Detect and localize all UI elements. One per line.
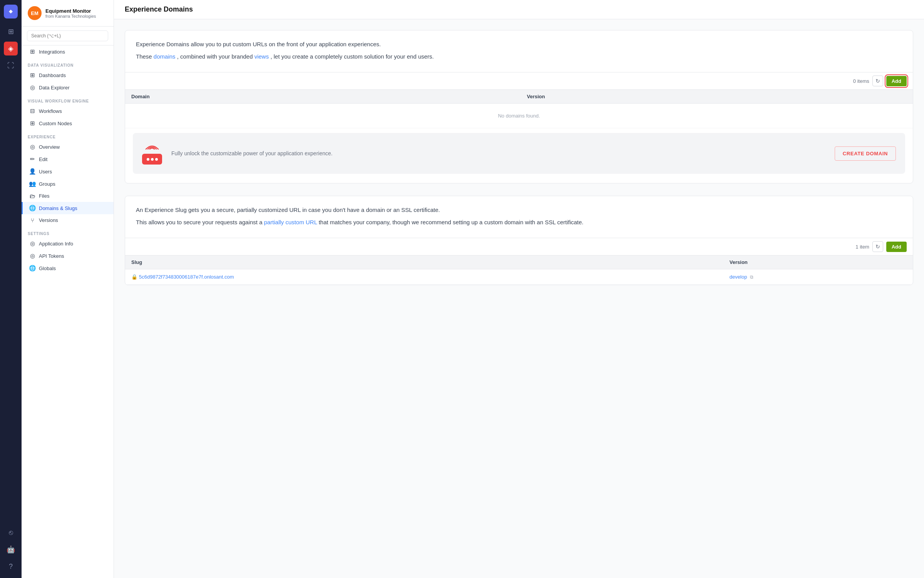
version-cell: develop ⧉ [723, 269, 913, 285]
sidebar-search-container [22, 27, 114, 45]
sidebar-item-label: Data Explorer [39, 85, 69, 91]
versions-icon: ⑂ [29, 217, 36, 223]
domains-intro-mid: , combined with your branded [177, 53, 254, 60]
partial-url-link[interactable]: partially custom URL [264, 219, 317, 225]
sidebar-item-edit[interactable]: ✏ Edit [22, 153, 114, 165]
sidebar-item-data-explorer[interactable]: ◎ Data Explorer [22, 81, 114, 94]
rail-network-icon[interactable]: ⎋ [4, 526, 18, 539]
page-title: Experience Domains [125, 5, 913, 13]
sidebar-item-label: Workflows [39, 108, 62, 114]
edit-icon: ✏ [29, 156, 36, 163]
router-dot-3 [155, 158, 158, 161]
slug-cell-inner: 🔒 5c6d9872f734830006187e7f.onlosant.com [131, 274, 717, 280]
slugs-col-slug: Slug [125, 255, 723, 269]
sidebar-item-custom-nodes[interactable]: ⊞ Custom Nodes [22, 117, 114, 129]
domains-intro-post: , let you create a completely custom sol… [270, 53, 434, 60]
groups-icon: 👥 [29, 180, 36, 187]
main-content: Experience Domains Experience Domains al… [114, 0, 924, 578]
app-info-icon: ◎ [29, 240, 36, 247]
rail-cube-icon[interactable]: ◈ [4, 42, 18, 55]
sidebar-item-label: Application Info [39, 241, 73, 247]
integrations-icon: ⊞ [29, 48, 36, 55]
router-dot-2 [151, 158, 154, 161]
sidebar-item-label: Dashboards [39, 72, 66, 78]
sidebar-item-label: Users [39, 169, 52, 175]
external-link-icon[interactable]: ⧉ [750, 274, 753, 280]
sidebar-item-groups[interactable]: 👥 Groups [22, 178, 114, 190]
rail-grid-icon[interactable]: ⊞ [4, 25, 18, 39]
sidebar: EM Equipment Monitor from Kanarra Techno… [22, 0, 114, 578]
files-icon: 🗁 [29, 193, 36, 199]
section-label-data-viz: DATA VISUALIZATION [22, 58, 114, 69]
sidebar-item-globals[interactable]: 🌐 Globals [22, 262, 114, 274]
slugs-intro-p2: This allows you to secure your requests … [136, 218, 902, 227]
domains-intro-p1: Experience Domains allow you to put cust… [136, 40, 902, 49]
domains-items-count: 0 items [853, 78, 869, 84]
search-input[interactable] [27, 30, 108, 41]
sidebar-item-overview[interactable]: ◎ Overview [22, 141, 114, 153]
sidebar-item-label: Domains & Slugs [39, 205, 77, 211]
sidebar-item-workflows[interactable]: ⊟ Workflows [22, 105, 114, 117]
table-row: 🔒 5c6d9872f734830006187e7f.onlosant.com … [125, 269, 913, 285]
slugs-intro-pre: This allows you to secure your requests … [136, 219, 264, 225]
domains-refresh-button[interactable]: ↻ [872, 76, 883, 86]
lock-icon: 🔒 [131, 274, 137, 280]
rail-workflow-icon[interactable]: ⛶ [4, 59, 18, 72]
views-link[interactable]: views [254, 53, 269, 60]
domains-intro-pre: These [136, 53, 154, 60]
create-domain-button[interactable]: CREATE DOMAIN [835, 146, 896, 161]
domains-toolbar: 0 items ↻ Add [125, 72, 913, 89]
sidebar-item-versions[interactable]: ⑂ Versions [22, 214, 114, 226]
workflows-icon: ⊟ [29, 108, 36, 114]
sidebar-item-dashboards[interactable]: ⊞ Dashboards [22, 69, 114, 81]
sidebar-item-files[interactable]: 🗁 Files [22, 190, 114, 202]
slugs-intro: An Experience Slug gets you a secure, pa… [125, 196, 913, 238]
domains-icon: 🌐 [29, 205, 36, 212]
router-icon [142, 142, 162, 165]
domains-table: Domain Version No domains found. [125, 89, 913, 128]
sidebar-item-api-tokens[interactable]: ◎ API Tokens [22, 250, 114, 262]
domains-section: Experience Domains allow you to put cust… [125, 30, 913, 183]
sidebar-item-label: Globals [39, 265, 56, 271]
slugs-intro-post: that matches your company, though we rec… [319, 219, 584, 225]
custom-nodes-icon: ⊞ [29, 120, 36, 127]
slugs-toolbar: 1 item ↻ Add [125, 238, 913, 255]
sidebar-header: EM Equipment Monitor from Kanarra Techno… [22, 0, 114, 27]
promo-text: Fully unlock the customizable power of y… [171, 150, 825, 158]
sidebar-item-users[interactable]: 👤 Users [22, 165, 114, 178]
domains-link[interactable]: domains [154, 53, 176, 60]
app-from: from Kanarra Technologies [45, 14, 96, 18]
domains-intro-p2: These domains , combined with your brand… [136, 52, 902, 61]
sidebar-item-domains-slugs[interactable]: 🌐 Domains & Slugs [22, 202, 114, 214]
sidebar-item-label: Groups [39, 181, 55, 187]
slugs-refresh-button[interactable]: ↻ [872, 241, 883, 252]
slugs-col-version: Version [723, 255, 913, 269]
slug-link[interactable]: 5c6d9872f734830006187e7f.onlosant.com [139, 274, 234, 280]
rail-help-icon[interactable]: ? [4, 560, 18, 573]
sidebar-item-label: Custom Nodes [39, 121, 72, 126]
domains-promo: Fully unlock the customizable power of y… [133, 133, 905, 174]
slugs-items-count: 1 item [855, 244, 869, 250]
dashboards-icon: ⊞ [29, 72, 36, 79]
sidebar-item-integrations[interactable]: ⊞ Integrations [22, 45, 114, 58]
globals-icon: 🌐 [29, 265, 36, 272]
rail-robot-icon[interactable]: 🤖 [4, 543, 18, 556]
slugs-intro-p1: An Experience Slug gets you a secure, pa… [136, 205, 902, 215]
main-header: Experience Domains [114, 0, 924, 19]
app-logo-icon[interactable] [4, 5, 18, 18]
slugs-table: Slug Version 🔒 5c6d9872f734830006187e7f.… [125, 255, 913, 285]
slug-cell: 🔒 5c6d9872f734830006187e7f.onlosant.com [125, 269, 723, 285]
router-body [142, 154, 162, 165]
sidebar-item-application-info[interactable]: ◎ Application Info [22, 237, 114, 250]
avatar: EM [28, 6, 42, 20]
api-tokens-icon: ◎ [29, 252, 36, 259]
slugs-add-button[interactable]: Add [886, 242, 907, 252]
domains-add-button[interactable]: Add [886, 76, 907, 86]
slugs-section: An Experience Slug gets you a secure, pa… [125, 196, 913, 285]
sidebar-item-label: Overview [39, 144, 60, 150]
overview-icon: ◎ [29, 143, 36, 150]
icon-rail: ⊞ ◈ ⛶ ⎋ 🤖 ? [0, 0, 22, 578]
version-link[interactable]: develop [730, 274, 747, 280]
section-label-experience: EXPERIENCE [22, 129, 114, 141]
section-label-settings: SETTINGS [22, 226, 114, 237]
